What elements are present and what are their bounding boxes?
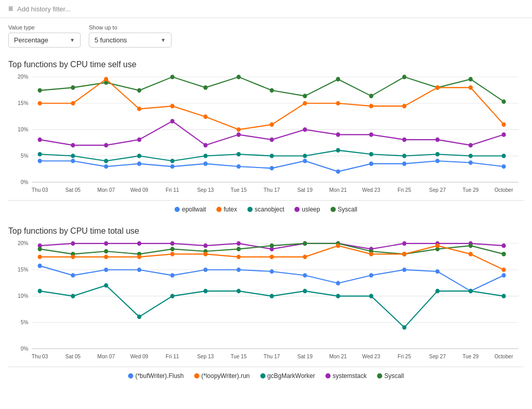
svg-point-171	[71, 254, 75, 259]
svg-point-46	[237, 127, 241, 132]
svg-point-172	[104, 254, 108, 259]
legend-label-epollwait: epollwait	[182, 206, 206, 213]
svg-point-25	[38, 88, 42, 93]
svg-point-26	[71, 85, 75, 90]
value-type-value: Percentage	[14, 36, 49, 44]
svg-point-87	[104, 164, 108, 169]
svg-point-131	[237, 241, 241, 246]
svg-point-71	[71, 154, 75, 158]
svg-point-190	[204, 289, 208, 294]
svg-point-28	[137, 88, 142, 93]
svg-point-52	[435, 85, 440, 90]
legend-epollwait: epollwait	[175, 206, 206, 213]
svg-point-159	[170, 273, 175, 278]
chart2-area: 20% 15% 10% 5% 0% Thu 03 Sat 05 Mon 07 W…	[8, 238, 524, 367]
svg-point-199	[502, 294, 506, 298]
svg-point-45	[204, 114, 208, 119]
svg-point-80	[369, 152, 373, 157]
svg-point-65	[369, 132, 373, 137]
svg-text:Wed 23: Wed 23	[362, 353, 380, 359]
svg-point-155	[38, 264, 42, 268]
svg-point-77	[270, 154, 274, 158]
svg-point-64	[336, 132, 340, 137]
legend-label-futex: futex	[224, 206, 237, 213]
svg-point-181	[402, 252, 406, 256]
svg-text:10%: 10%	[18, 126, 28, 132]
svg-point-62	[270, 138, 274, 142]
svg-point-84	[502, 154, 506, 158]
svg-point-130	[204, 244, 208, 248]
svg-text:Tue 29: Tue 29	[462, 186, 478, 192]
svg-point-69	[502, 132, 506, 137]
svg-text:Sat 05: Sat 05	[66, 186, 81, 192]
svg-text:Fri 25: Fri 25	[398, 353, 411, 359]
legend-dot-futex	[216, 207, 222, 212]
svg-point-60	[204, 143, 208, 148]
svg-point-63	[303, 127, 307, 132]
svg-text:0%: 0%	[21, 178, 28, 185]
svg-point-49	[336, 101, 340, 105]
svg-point-79	[336, 148, 340, 153]
svg-point-165	[369, 273, 373, 278]
svg-point-74	[170, 159, 175, 163]
svg-text:Mon 07: Mon 07	[97, 353, 115, 359]
svg-point-32	[270, 88, 274, 93]
show-up-arrow: ▼	[161, 37, 166, 43]
chart2-section: Top functions by CPU time total use 20% …	[0, 218, 532, 385]
svg-point-156	[71, 273, 75, 278]
value-type-arrow: ▼	[70, 37, 75, 43]
controls: Value type Percentage ▼ Show up to 5 fun…	[0, 18, 532, 52]
svg-point-72	[104, 159, 108, 163]
svg-point-41	[71, 101, 75, 105]
svg-point-161	[237, 267, 241, 272]
svg-point-76	[237, 152, 241, 157]
svg-point-184	[502, 267, 506, 272]
svg-point-186	[71, 294, 75, 298]
legend-label-scanobject: scanobject	[255, 206, 284, 213]
svg-point-43	[137, 107, 142, 111]
svg-point-34	[336, 77, 340, 82]
svg-point-31	[237, 74, 241, 79]
svg-text:Thu 03: Thu 03	[32, 353, 48, 359]
svg-point-196	[402, 325, 406, 330]
value-type-label: Value type	[8, 24, 81, 31]
show-up-select[interactable]: 5 functions ▼	[89, 33, 171, 48]
svg-point-195	[369, 294, 373, 298]
chart2-svg: 20% 15% 10% 5% 0% Thu 03 Sat 05 Mon 07 W…	[8, 238, 524, 367]
value-type-select[interactable]: Percentage ▼	[8, 33, 81, 48]
svg-text:Fri 11: Fri 11	[166, 353, 179, 359]
svg-text:Sep 13: Sep 13	[197, 353, 214, 359]
top-bar: ≡ Add history filter...	[0, 0, 532, 18]
legend-dot-bufwriter	[128, 373, 133, 378]
legend-dot-loopywriter	[194, 373, 199, 378]
legend-label-usleep: usleep	[302, 206, 320, 213]
svg-point-176	[237, 254, 241, 259]
svg-text:5%: 5%	[21, 319, 28, 325]
svg-point-73	[137, 154, 142, 158]
svg-point-98	[468, 160, 473, 165]
svg-point-97	[435, 159, 440, 163]
svg-point-56	[71, 143, 75, 148]
chart1-area: 20% 15% 10% 5% 0% Thu 03 Sat 05 Mon 07 W…	[8, 71, 524, 201]
svg-point-191	[237, 289, 241, 294]
svg-point-198	[468, 289, 473, 294]
svg-point-173	[137, 254, 142, 259]
svg-point-128	[137, 241, 142, 246]
svg-point-154	[502, 252, 506, 256]
svg-point-174	[170, 252, 175, 256]
svg-point-44	[170, 104, 175, 109]
svg-text:Sat 19: Sat 19	[298, 186, 313, 192]
svg-point-163	[303, 273, 307, 278]
svg-text:Thu 03: Thu 03	[32, 186, 48, 192]
svg-text:20%: 20%	[18, 240, 28, 246]
svg-point-92	[270, 166, 274, 171]
svg-point-50	[369, 104, 373, 109]
svg-point-164	[336, 281, 340, 285]
svg-text:Tue 15: Tue 15	[230, 353, 246, 359]
legend-futex: futex	[216, 206, 237, 213]
svg-point-53	[468, 85, 473, 90]
svg-point-185	[38, 289, 42, 294]
svg-point-93	[303, 159, 307, 163]
svg-point-94	[336, 169, 340, 174]
svg-point-82	[435, 152, 440, 157]
